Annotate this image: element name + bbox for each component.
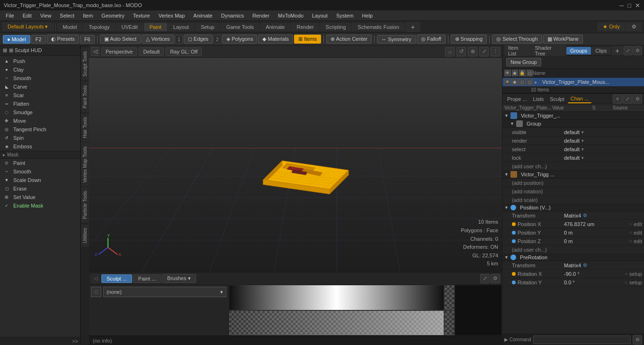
tool-clay[interactable]: ● Clay <box>0 65 80 74</box>
snapping-btn[interactable]: ⊕ Snapping <box>451 35 487 44</box>
mask-enable[interactable]: ✓ Enable Mask <box>0 201 80 210</box>
render-value[interactable]: default ▾ <box>564 138 642 144</box>
menu-file[interactable]: File <box>2 12 18 19</box>
group-arrow[interactable]: ▼ <box>510 121 514 126</box>
tool-tangent-pinch[interactable]: ◎ Tangent Pinch <box>0 125 80 134</box>
item-expand-arrow[interactable]: ▸ <box>535 79 540 85</box>
vp-bottom-expand-btn[interactable]: ⤢ <box>480 274 490 283</box>
vp-perspective-btn[interactable]: Perspective <box>101 47 137 56</box>
header-vis-btn[interactable]: 👁 <box>504 70 511 76</box>
props-expand-btn[interactable]: ⤢ <box>623 94 632 104</box>
prop-add-user-ch2[interactable]: (add user ch...) <box>502 245 644 254</box>
pos-z-edit[interactable]: edit <box>634 238 642 244</box>
add-user-ch1-label[interactable]: (add user ch...) <box>512 163 547 169</box>
side-tab-paint-tools[interactable]: Paint Tools <box>81 82 89 112</box>
f2-btn[interactable]: F2 <box>31 35 46 44</box>
menu-system[interactable]: System <box>332 12 358 19</box>
render-dropdown[interactable]: ▾ <box>581 138 584 143</box>
pos-x-edit[interactable]: edit <box>634 221 642 227</box>
tab-lists[interactable]: Lists <box>530 95 547 103</box>
visible-dropdown[interactable]: ▾ <box>581 130 584 135</box>
tab-sculpt-props[interactable]: Sculpt <box>547 95 567 103</box>
side-tab-vertex-map-tools[interactable]: Vertex Map Tools <box>81 143 89 187</box>
layout-dropdown[interactable]: Default Layouts ▾ <box>2 22 54 31</box>
section-victor-trigger[interactable]: ▼ Victor_Trigger_... <box>502 112 644 120</box>
tab-animate[interactable]: Animate <box>260 23 290 31</box>
prerotation-check[interactable] <box>510 254 516 260</box>
tab-schematic[interactable]: Schematic Fusion <box>352 23 404 31</box>
tab-properties[interactable]: Prope ... <box>504 95 530 103</box>
transform-gear[interactable]: ⚙ <box>583 213 587 218</box>
command-gear-icon[interactable]: ⚙ <box>633 335 642 345</box>
select-value[interactable]: default ▾ <box>564 146 642 152</box>
props-settings-btn[interactable]: ⚙ <box>633 94 642 104</box>
command-input[interactable] <box>533 336 631 344</box>
menu-dynamics[interactable]: Dynamics <box>217 12 248 19</box>
add-rotation-label[interactable]: (add rotation) <box>512 189 543 194</box>
tool-emboss[interactable]: ◈ Emboss <box>0 142 80 151</box>
tool-flatten[interactable]: ═ Flatten <box>0 100 80 108</box>
section-victor-trigg[interactable]: ▼ Victor_Trigg ... <box>502 171 644 179</box>
mask-section-header[interactable]: ▸ Mask <box>0 151 80 159</box>
symmetry-btn[interactable]: ↔ Symmetry <box>377 35 416 44</box>
mask-scale-down[interactable]: ▼ Scale Down <box>0 176 80 184</box>
mask-erase[interactable]: ◻ Erase <box>0 184 80 193</box>
side-tab-utilities[interactable]: Utilities <box>81 224 89 247</box>
section1-arrow[interactable]: ▼ <box>504 113 509 118</box>
materials-btn[interactable]: ◆ Materials <box>258 35 293 44</box>
section4-arrow[interactable]: ▼ <box>504 255 509 260</box>
tab-sculpt-bottom[interactable]: Sculpt ... <box>101 274 132 283</box>
item-lock-btn2[interactable]: ◻ <box>519 79 526 85</box>
rot-y-setup[interactable]: setup <box>629 280 642 285</box>
header-lock-btn[interactable]: 🔒 <box>519 70 526 76</box>
vertices-btn[interactable]: △ Vertices <box>142 35 174 44</box>
expand-arrow-btn[interactable]: >> <box>0 337 80 345</box>
star-only-btn[interactable]: ★ Only <box>597 22 626 31</box>
tool-move[interactable]: ✥ Move <box>0 117 80 125</box>
minimize-btn[interactable]: ─ <box>619 2 624 9</box>
presets-btn[interactable]: ◐ Presets <box>47 35 79 44</box>
section-prerotation[interactable]: ▼ PreRotation <box>502 254 644 261</box>
tab-paint-bottom[interactable]: Paint ... <box>133 274 161 283</box>
vp-shading-btn[interactable]: Default <box>139 47 164 56</box>
menu-geometry[interactable]: Geometry <box>98 12 128 19</box>
tool-smooth[interactable]: ~ Smooth <box>0 74 80 82</box>
section-position[interactable]: ▼ Position (V...) <box>502 204 644 211</box>
tab-paint[interactable]: Paint <box>144 23 167 31</box>
menu-layout[interactable]: Layout <box>308 12 331 19</box>
menu-texture[interactable]: Texture <box>129 12 154 19</box>
item-render-btn[interactable]: ◉ <box>512 79 519 85</box>
prop-add-position[interactable]: (add position) <box>502 179 644 187</box>
lock-dropdown[interactable]: ▾ <box>581 155 584 160</box>
prop-add-scale[interactable]: (add scale) <box>502 196 644 204</box>
rot-x-setup[interactable]: setup <box>629 271 642 277</box>
tool-spin[interactable]: ↺ Spin <box>0 134 80 142</box>
tab-item-list[interactable]: Item List <box>504 44 531 57</box>
polygons-btn[interactable]: ◈ Polygons <box>222 35 257 44</box>
tab-layout[interactable]: Layout <box>168 23 195 31</box>
action-center-btn[interactable]: ⊕ Action Center <box>326 35 372 44</box>
tool-scar[interactable]: ≡ Scar <box>0 91 80 100</box>
auto-select-btn[interactable]: ▣ Auto Select <box>100 35 141 44</box>
menu-vertex-map[interactable]: Vertex Map <box>155 12 189 19</box>
tab-add[interactable]: + <box>405 22 420 32</box>
menu-view[interactable]: View <box>36 12 55 19</box>
new-group-btn[interactable]: New Group <box>506 58 541 66</box>
tab-channels[interactable]: Chan ... <box>568 95 592 103</box>
mask-smooth[interactable]: ~ Smooth <box>0 167 80 176</box>
mask-paint[interactable]: ⊙ Paint <box>0 159 80 167</box>
workplane-btn[interactable]: ▦ WorkPlane <box>543 35 583 44</box>
header-render-btn[interactable]: ◉ <box>512 70 519 76</box>
vp-settings-btn[interactable]: ⋮ <box>491 47 500 56</box>
item-vis-eye[interactable]: 👁 <box>504 79 511 85</box>
vp-bottom-settings-btn[interactable]: ⚙ <box>491 274 500 283</box>
settings-gear-btn[interactable]: ⚙ <box>626 22 642 31</box>
close-btn[interactable]: ✕ <box>635 2 640 9</box>
titlebar-controls[interactable]: ─ □ ✕ <box>619 2 640 9</box>
tab-scripting[interactable]: Scripting <box>320 23 352 31</box>
prop-add-user-ch1[interactable]: (add user ch...) <box>502 162 644 171</box>
side-tab-particle-tools[interactable]: Particle Tools <box>81 187 89 223</box>
prop-add-rotation[interactable]: (add rotation) <box>502 187 644 196</box>
vp-maximize-btn[interactable]: ⤢ <box>479 47 489 56</box>
side-tab-sculpt-tools[interactable]: Sculpt Tools <box>81 47 89 81</box>
